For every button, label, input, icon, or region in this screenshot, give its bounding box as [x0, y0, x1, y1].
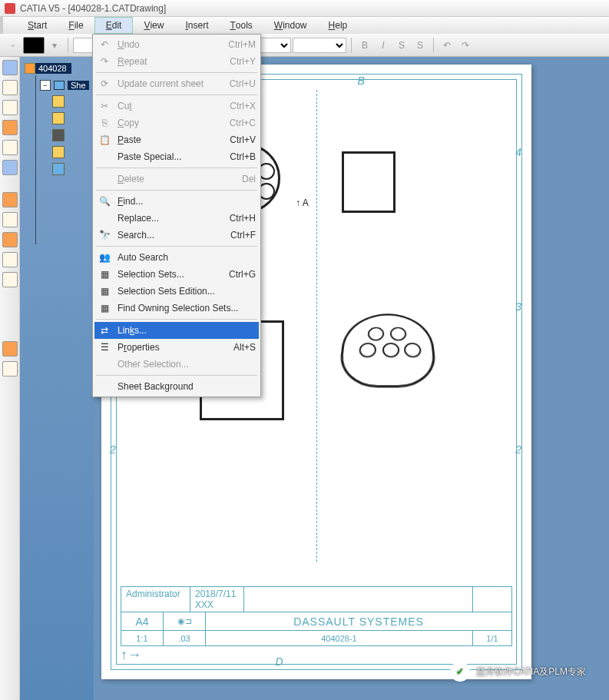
menu-tools[interactable]: Tools — [219, 17, 263, 34]
search-icon: 🔍 — [98, 195, 111, 207]
tb-part: 404028-1 — [206, 631, 473, 645]
sup-icon[interactable]: S — [393, 37, 410, 54]
properties-icon: ☰ — [98, 341, 111, 353]
tool-icon[interactable] — [2, 160, 18, 175]
edit-menu-dropdown: ↶UndoCtrl+M ↷RepeatCtrl+Y ⟳Update curren… — [92, 34, 261, 397]
tool-icon[interactable] — [2, 212, 18, 227]
menu-auto-search[interactable]: 👥Auto Search — [94, 249, 259, 266]
dropdown-icon[interactable]: ▾ — [46, 37, 63, 54]
menu-undo[interactable]: ↶UndoCtrl+M — [94, 36, 259, 53]
zone-label: 2 — [110, 443, 116, 456]
tool-icon[interactable] — [2, 341, 18, 357]
tree-view[interactable] — [52, 129, 91, 141]
undo-icon: ↶ — [98, 38, 111, 51]
tree-view[interactable] — [52, 146, 91, 158]
menu-update-sheet[interactable]: ⟳Update current sheetCtrl+U — [94, 75, 259, 92]
title-block: Administrator 2018/7/11 XXX A4 ◉⊐ DASSAU… — [121, 586, 512, 646]
menu-insert[interactable]: Insert — [174, 17, 219, 34]
menu-properties[interactable]: ☰PropertiesAlt+S — [94, 339, 259, 356]
weight-select[interactable] — [293, 38, 346, 53]
menu-copy[interactable]: ⎘CopyCtrl+C — [94, 114, 259, 131]
wechat-icon: ✓ — [450, 662, 470, 682]
menu-sheet-background[interactable]: Sheet Background — [94, 378, 259, 395]
tree-sheet[interactable]: − She — [40, 80, 91, 91]
toolbar: ▫ ▾ B I S S ↶ ↷ — [0, 34, 609, 57]
zone-label: D — [276, 655, 283, 668]
tool-icon[interactable] — [2, 100, 18, 115]
tb-format: A4 — [121, 612, 164, 630]
links-icon: ⇄ — [98, 324, 111, 337]
section-arrow: ↑ A — [296, 197, 309, 208]
menu-find[interactable]: 🔍Find... — [94, 193, 259, 210]
origin-arrows: ↑→ — [121, 647, 141, 663]
side-view — [342, 151, 396, 213]
tool-icon[interactable] — [2, 192, 18, 207]
menu-other-selection[interactable]: Other Selection... — [94, 356, 259, 373]
sheet-icon — [54, 81, 65, 90]
menu-repeat[interactable]: ↷RepeatCtrl+Y — [94, 53, 259, 70]
menu-links[interactable]: ⇄Links... — [94, 322, 259, 339]
cut-icon: ✂ — [98, 100, 111, 112]
tool-icon[interactable] — [2, 272, 18, 287]
tree-root[interactable]: 404028 — [34, 63, 71, 74]
zone-label: 2 — [515, 443, 521, 456]
menu-selection-sets-edition[interactable]: ▦Selection Sets Edition... — [94, 283, 259, 300]
menu-paste-special[interactable]: Paste Special...Ctrl+B — [94, 148, 259, 165]
tool-icon[interactable] — [2, 120, 18, 135]
tb-page: 1/1 — [473, 631, 511, 645]
tb-weight: .03 — [164, 631, 206, 645]
menu-window[interactable]: Window — [263, 17, 318, 34]
undo-icon[interactable]: ↶ — [439, 37, 455, 54]
zone-label: 3 — [515, 300, 521, 313]
copy-icon: ⎘ — [98, 117, 111, 129]
swatch-icon[interactable] — [23, 37, 45, 54]
app-icon — [5, 3, 15, 14]
menu-help[interactable]: Help — [318, 17, 359, 34]
bold-icon[interactable]: B — [356, 37, 373, 54]
tb-company: DASSAULT SYSTEMES — [206, 612, 511, 630]
tree-view[interactable] — [52, 112, 91, 124]
menu-start[interactable]: Start — [17, 17, 58, 34]
menu-edit[interactable]: Edit — [94, 17, 134, 34]
menu-file[interactable]: File — [58, 17, 94, 34]
tool-icon[interactable] — [2, 80, 18, 95]
tool-grid-icon[interactable] — [2, 60, 18, 75]
left-toolbar — [0, 57, 20, 700]
watermark: ✓ 慧舟软件CATIA及PLM专家 — [450, 662, 586, 682]
paste-icon: 📋 — [98, 134, 111, 146]
menu-paste[interactable]: 📋PasteCtrl+V — [94, 131, 259, 148]
tree-view[interactable] — [52, 163, 91, 175]
window-title: CATIA V5 - [404028-1.CATDrawing] — [20, 3, 166, 14]
tb-designer: Administrator — [126, 589, 180, 599]
tool-icon[interactable] — [2, 361, 18, 377]
title-bar: CATIA V5 - [404028-1.CATDrawing] — [0, 0, 609, 17]
new-icon[interactable]: ▫ — [5, 37, 22, 54]
menu-cut[interactable]: ✂CutCtrl+X — [94, 98, 259, 114]
tool-icon[interactable] — [2, 252, 18, 267]
menu-delete[interactable]: DeleteDel — [94, 171, 259, 187]
tb-scale: 1:1 — [121, 631, 164, 645]
zone-label: 4 — [515, 146, 521, 158]
binoculars-icon: 🔭 — [98, 229, 111, 241]
update-icon: ⟳ — [98, 78, 111, 90]
zone-label: B — [357, 75, 364, 87]
menu-view[interactable]: View — [133, 17, 174, 34]
tree-panel: 404028 − She — [20, 57, 94, 700]
tool-icon[interactable] — [2, 232, 18, 247]
redo-icon[interactable]: ↷ — [457, 37, 474, 54]
menu-replace[interactable]: Replace...Ctrl+H — [94, 210, 259, 227]
tb-date: 2018/7/11 — [195, 589, 236, 599]
menu-bar: Start File Edit View Insert Tools Window… — [0, 17, 609, 34]
menu-selection-sets[interactable]: ▦Selection Sets...Ctrl+G — [94, 266, 259, 283]
iso-view — [342, 305, 434, 390]
menu-search[interactable]: 🔭Search...Ctrl+F — [94, 227, 259, 244]
redo-icon: ↷ — [98, 55, 111, 68]
italic-icon[interactable]: I — [375, 37, 392, 54]
sub-icon[interactable]: S — [412, 37, 429, 54]
menu-find-owning[interactable]: ▦Find Owning Selection Sets... — [94, 300, 259, 317]
drawing-icon — [25, 63, 35, 74]
tool-icon[interactable] — [2, 140, 18, 155]
tree-view[interactable] — [52, 95, 91, 108]
